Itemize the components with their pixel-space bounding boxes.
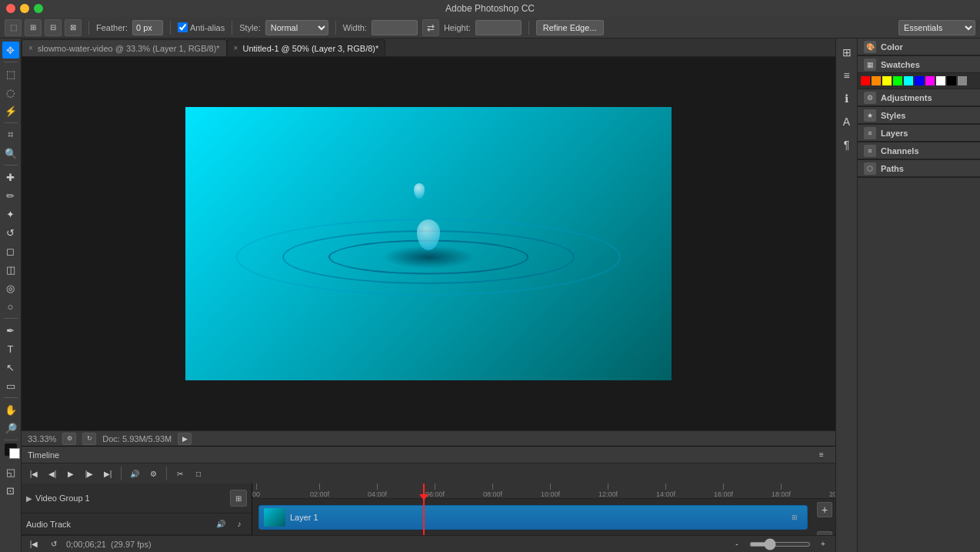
quick-mask-mode[interactable]: ◱: [2, 463, 19, 480]
add-audio-track-button[interactable]: +: [817, 531, 832, 535]
swatch-blue[interactable]: [915, 76, 924, 85]
styles-section-header[interactable]: ★ Styles: [858, 107, 980, 124]
loop-icon[interactable]: ↺: [46, 537, 62, 551]
layer1-bar[interactable]: Layer 1 ⊞: [258, 505, 808, 530]
zoom-options-icon[interactable]: ⚙: [62, 433, 76, 445]
tab-untitled[interactable]: × Untitled-1 @ 50% (Layer 3, RGB/8)*: [227, 39, 386, 56]
zoom-in-icon[interactable]: +: [815, 537, 831, 551]
right-paragraph-icon[interactable]: ¶: [836, 134, 858, 156]
audio-note-icon[interactable]: ♪: [232, 517, 247, 531]
right-layers-icon[interactable]: ≡: [836, 65, 858, 86]
close-button[interactable]: [6, 4, 15, 13]
new-selection-icon[interactable]: ⬚: [5, 19, 22, 36]
dodge-tool[interactable]: ○: [2, 298, 19, 315]
settings-button[interactable]: ⚙: [145, 467, 161, 480]
divider5: [528, 21, 529, 35]
add-track-button[interactable]: +: [817, 502, 832, 517]
audio-mute-icon[interactable]: 🔊: [213, 517, 228, 531]
right-type-icon[interactable]: A: [836, 111, 858, 132]
eyedropper-tool[interactable]: 🔍: [2, 145, 19, 162]
rectangular-marquee-tool[interactable]: ⬚: [2, 65, 19, 82]
swatch-yellow[interactable]: [882, 76, 892, 85]
swatch-black[interactable]: [947, 76, 956, 85]
end-button[interactable]: ▶|: [100, 467, 115, 480]
path-selection-tool[interactable]: ↖: [2, 359, 19, 376]
paths-section-header[interactable]: ⬡ Paths: [858, 160, 980, 177]
rewind-button[interactable]: |◀: [26, 467, 42, 480]
pen-tool[interactable]: ✒: [2, 322, 19, 339]
color-section-header[interactable]: 🎨 Color: [858, 38, 980, 55]
screen-mode[interactable]: ⊡: [2, 482, 19, 499]
audio-button[interactable]: 🔊: [127, 467, 142, 480]
swap-wh-icon[interactable]: ⇄: [422, 19, 439, 36]
move-tool[interactable]: ✥: [2, 42, 19, 59]
split-button[interactable]: ✂: [172, 467, 188, 480]
crop-tool[interactable]: ⌗: [2, 126, 19, 143]
tab-close-slowmo[interactable]: ×: [28, 44, 33, 52]
swatch-cyan[interactable]: [904, 76, 913, 85]
refine-edge-button[interactable]: Refine Edge...: [536, 20, 604, 35]
tab-close-untitled[interactable]: ×: [234, 44, 238, 52]
maximize-button[interactable]: [34, 4, 43, 13]
swatches-section-header[interactable]: ▦ Swatches: [858, 56, 980, 73]
timeline-footer: |◀ ↺ 0;00;06;21 (29.97 fps) - +: [22, 535, 835, 552]
step-back-button[interactable]: ◀|: [45, 467, 60, 480]
layers-section-header[interactable]: ≡ Layers: [858, 125, 980, 142]
history-brush-tool[interactable]: ↺: [2, 224, 19, 241]
timeline-header: Timeline ≡: [22, 447, 835, 463]
right-grid-icon[interactable]: ⊞: [836, 42, 858, 63]
swatch-orange[interactable]: [872, 76, 881, 85]
play-icon[interactable]: ▶: [178, 433, 192, 445]
feather-input[interactable]: [132, 20, 163, 35]
channels-section-header[interactable]: ≡ Channels: [858, 142, 980, 159]
timeline-controls: |◀ ◀| ▶ |▶ ▶| 🔊 ⚙ ✂ □: [22, 463, 835, 483]
lift-button[interactable]: □: [191, 467, 206, 480]
zoom-out-icon[interactable]: -: [729, 537, 745, 551]
timeline-menu-icon[interactable]: ≡: [814, 448, 829, 462]
right-info-icon[interactable]: ℹ: [836, 88, 858, 109]
eraser-tool[interactable]: ◻: [2, 243, 19, 259]
swatch-white[interactable]: [936, 76, 945, 85]
brush-tool[interactable]: ✏: [2, 187, 19, 204]
add-icon[interactable]: +: [817, 502, 832, 517]
hand-tool[interactable]: ✋: [2, 401, 19, 418]
swatch-magenta[interactable]: [925, 76, 935, 85]
intersect-selection-icon[interactable]: ⊠: [65, 19, 82, 36]
layer-expand-icon[interactable]: ⊞: [787, 510, 802, 524]
tick-label: 00: [252, 490, 260, 498]
essentials-select[interactable]: Essentials: [898, 20, 975, 35]
playhead[interactable]: [423, 499, 425, 535]
tab-slowmo[interactable]: × slowmo-water-video @ 33.3% (Layer 1, R…: [22, 39, 227, 56]
gradient-tool[interactable]: ◫: [2, 261, 19, 278]
subtract-selection-icon[interactable]: ⊟: [45, 19, 62, 36]
add-audio-icon[interactable]: +: [817, 531, 832, 535]
video-group-options-icon[interactable]: ⊞: [230, 490, 247, 507]
clone-stamp-tool[interactable]: ✦: [2, 206, 19, 222]
lasso-tool[interactable]: ◌: [2, 84, 19, 101]
anti-alias-checkbox-label[interactable]: Anti-alias: [178, 22, 225, 32]
zoom-tool[interactable]: 🔎: [2, 420, 19, 437]
first-frame-icon[interactable]: |◀: [26, 537, 42, 551]
step-forward-button[interactable]: |▶: [82, 467, 97, 480]
left-tool-panel: ✥ ⬚ ◌ ⚡ ⌗ 🔍 ✚ ✏ ✦ ↺ ◻ ◫ ◎ ○ ✒ T ↖ ▭ ✋ 🔎 …: [0, 38, 22, 552]
add-selection-icon[interactable]: ⊞: [25, 19, 42, 36]
adjustments-section-header[interactable]: ⚙ Adjustments: [858, 89, 980, 106]
swatch-gray[interactable]: [958, 76, 967, 85]
swatch-red[interactable]: [861, 76, 870, 85]
type-tool[interactable]: T: [2, 340, 19, 357]
minimize-button[interactable]: [20, 4, 29, 13]
height-input[interactable]: [475, 20, 522, 35]
width-input[interactable]: [372, 20, 418, 35]
healing-brush-tool[interactable]: ✚: [2, 169, 19, 186]
channels-section: ≡ Channels: [858, 142, 980, 160]
blur-tool[interactable]: ◎: [2, 279, 19, 296]
anti-alias-checkbox[interactable]: [178, 22, 188, 32]
timeline-zoom-slider[interactable]: [749, 542, 811, 547]
style-select[interactable]: Normal Fixed Ratio Fixed Size: [265, 20, 328, 35]
rotate-icon[interactable]: ↻: [82, 433, 96, 445]
swatch-green[interactable]: [893, 76, 902, 85]
play-button[interactable]: ▶: [63, 467, 78, 480]
foreground-color[interactable]: [5, 443, 17, 456]
quick-selection-tool[interactable]: ⚡: [2, 102, 19, 119]
shape-tool[interactable]: ▭: [2, 377, 19, 394]
